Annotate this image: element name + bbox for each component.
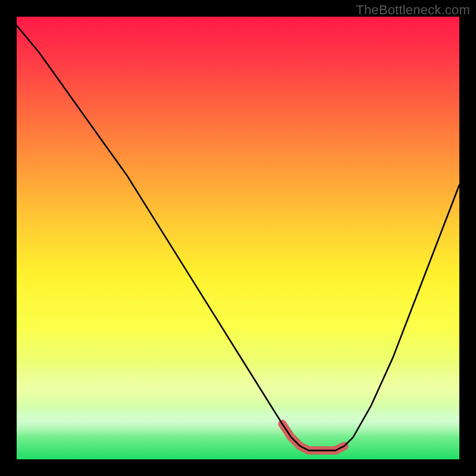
curve-svg	[17, 17, 459, 459]
watermark-text: TheBottleneck.com	[356, 2, 470, 18]
chart-frame: TheBottleneck.com	[0, 0, 476, 476]
plot-area	[17, 17, 459, 459]
bottleneck-curve	[17, 26, 459, 450]
